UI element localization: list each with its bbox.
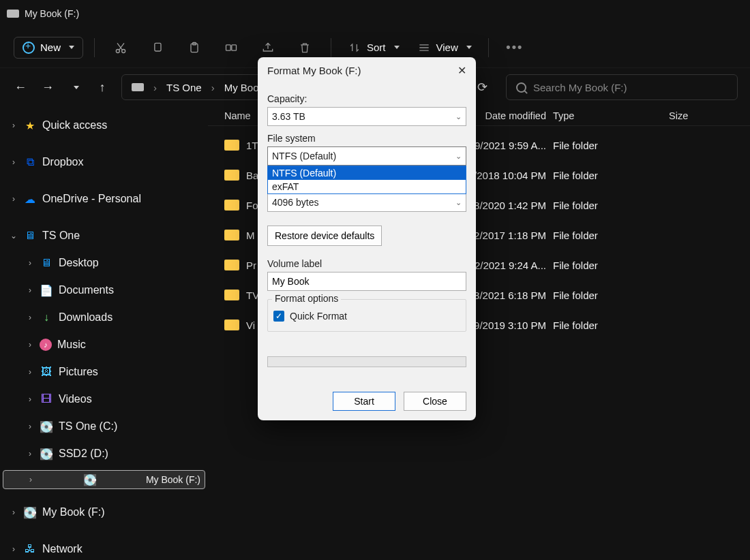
forward-button[interactable]: → (40, 80, 56, 95)
sidebar: ›★Quick access ›⧉Dropbox ›☁OneDrive - Pe… (0, 106, 208, 560)
drive-icon (132, 83, 144, 91)
sidebar-item-pictures[interactable]: ›🖼Pictures (3, 358, 205, 386)
row-name: M (246, 230, 255, 241)
sidebar-label: Dropbox (42, 156, 83, 168)
folder-icon (224, 230, 239, 240)
folder-icon (224, 320, 239, 330)
folder-icon (224, 260, 239, 270)
sidebar-item-documents[interactable]: ›📄Documents (3, 277, 205, 304)
view-icon (417, 41, 431, 55)
sidebar-label: Music (57, 339, 86, 351)
crumb-root[interactable]: TS One (166, 82, 202, 93)
more-button[interactable]: ••• (500, 40, 530, 55)
sidebar-label: Network (42, 543, 82, 555)
sidebar-label: SSD2 (D:) (59, 448, 108, 460)
new-button[interactable]: New (14, 37, 83, 59)
sidebar-label: TS One (42, 230, 80, 242)
sidebar-item-drive-f-root[interactable]: ›💽My Book (F:) (3, 499, 205, 526)
sidebar-item-drive-f[interactable]: ›💽My Book (F:) (3, 470, 205, 489)
row-name: Pr (246, 260, 256, 271)
paste-icon[interactable] (179, 41, 209, 55)
restore-defaults-button[interactable]: Restore device defaults (267, 225, 382, 246)
copy-icon[interactable] (142, 41, 172, 55)
sidebar-item-pc[interactable]: ⌄🖥TS One (3, 222, 205, 249)
sidebar-label: Downloads (59, 311, 112, 324)
sidebar-item-quick-access[interactable]: ›★Quick access (3, 112, 205, 139)
row-name: Vi (246, 320, 255, 331)
close-icon[interactable]: ✕ (457, 64, 466, 77)
format-options-group: Format options ✓ Quick Format (267, 299, 466, 332)
filesystem-option-exfat[interactable]: exFAT (268, 180, 466, 193)
row-type: File folder (553, 290, 669, 301)
sidebar-label: OneDrive - Personal (42, 193, 141, 205)
view-label: View (436, 42, 458, 53)
separator (94, 38, 95, 57)
plus-icon (22, 42, 35, 54)
chevron-down-icon: ⌄ (455, 152, 462, 161)
sidebar-label: Quick access (42, 119, 107, 131)
dialog-title: Format My Book (F:) (267, 65, 361, 76)
sort-button[interactable]: Sort (342, 37, 405, 59)
volume-label-label: Volume label (267, 258, 466, 269)
separator (331, 38, 331, 57)
row-type: File folder (553, 170, 669, 181)
sidebar-item-dropbox[interactable]: ›⧉Dropbox (3, 149, 205, 176)
row-name: 1T (246, 140, 258, 151)
sidebar-item-network[interactable]: ›🖧Network (3, 535, 205, 560)
row-type: File folder (553, 260, 669, 271)
search-placeholder: Search My Book (F:) (533, 82, 728, 93)
folder-icon (224, 200, 239, 211)
capacity-label: Capacity: (267, 93, 466, 104)
format-options-legend: Format options (272, 293, 341, 304)
up-button[interactable]: ↑ (94, 80, 110, 95)
quick-format-label: Quick Format (290, 311, 347, 322)
new-label: New (40, 42, 61, 53)
sidebar-item-desktop[interactable]: ›🖥Desktop (3, 249, 205, 277)
back-button[interactable]: ← (12, 80, 29, 95)
sidebar-item-onedrive[interactable]: ›☁OneDrive - Personal (3, 185, 205, 213)
sidebar-label: My Book (F:) (42, 506, 105, 518)
filesystem-option-ntfs[interactable]: NTFS (Default) (268, 166, 466, 180)
share-icon[interactable] (253, 41, 283, 55)
filesystem-label: File system (267, 133, 466, 144)
sidebar-item-drive-d[interactable]: ›💽SSD2 (D:) (3, 440, 205, 467)
sidebar-label: Videos (59, 393, 92, 405)
cut-icon[interactable] (106, 41, 136, 55)
history-button[interactable] (67, 80, 83, 95)
row-type: File folder (553, 230, 669, 241)
search-input[interactable]: Search My Book (F:) (506, 74, 738, 100)
row-type: File folder (553, 140, 669, 151)
close-button[interactable]: Close (404, 392, 466, 411)
svg-rect-2 (155, 43, 161, 51)
filesystem-select[interactable]: NTFS (Default) ⌄ (267, 146, 466, 166)
capacity-select[interactable]: 3.63 TB ⌄ (267, 107, 466, 126)
sidebar-item-videos[interactable]: ›🎞Videos (3, 386, 205, 413)
sort-icon (348, 41, 361, 55)
sidebar-item-music[interactable]: ›♪Music (3, 331, 205, 358)
separator (488, 38, 489, 57)
folder-icon (224, 290, 239, 300)
allocation-select[interactable]: 4096 bytes ⌄ (267, 193, 466, 212)
sidebar-label: Pictures (59, 366, 98, 378)
row-type: File folder (553, 320, 669, 331)
checkbox-checked-icon: ✓ (273, 311, 284, 322)
progress-bar (267, 356, 466, 367)
drive-icon (7, 10, 19, 18)
allocation-value: 4096 bytes (272, 197, 319, 208)
chevron-down-icon: ⌄ (455, 198, 462, 207)
svg-rect-6 (232, 44, 237, 50)
sidebar-item-downloads[interactable]: ›↓Downloads (3, 304, 205, 331)
rename-icon[interactable] (216, 41, 246, 55)
col-type[interactable]: Type (553, 110, 669, 121)
volume-label-input[interactable] (267, 272, 466, 291)
start-button[interactable]: Start (333, 392, 395, 411)
delete-icon[interactable] (290, 41, 320, 55)
capacity-value: 3.63 TB (272, 111, 305, 122)
view-button[interactable]: View (412, 37, 477, 59)
window-title: My Book (F:) (25, 8, 79, 19)
titlebar: My Book (F:) (0, 0, 750, 27)
sidebar-label: TS One (C:) (59, 420, 117, 433)
sidebar-item-drive-c[interactable]: ›💽TS One (C:) (3, 413, 205, 440)
col-size[interactable]: Size (669, 110, 734, 121)
quick-format-checkbox[interactable]: ✓ Quick Format (273, 311, 460, 322)
